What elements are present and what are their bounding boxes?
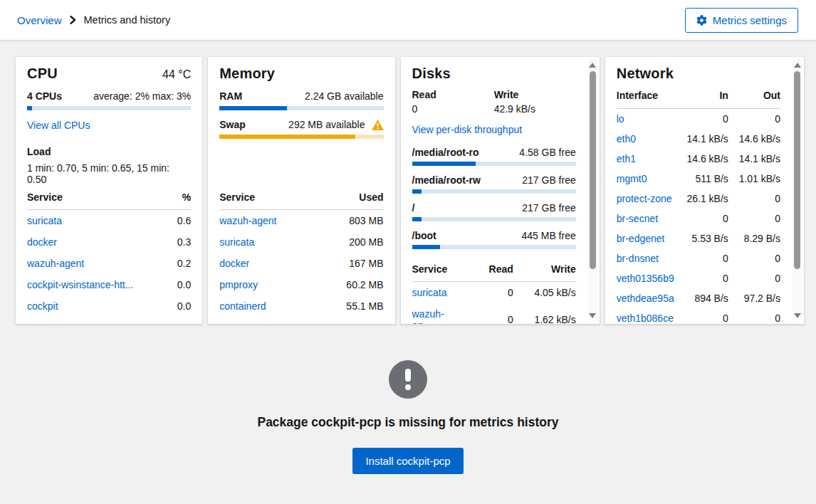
scroll-thumb[interactable]: [794, 71, 800, 269]
network-scrollbar[interactable]: [793, 59, 802, 322]
table-row: protect-zone 26.1 kB/s 0: [617, 189, 780, 209]
interface-link[interactable]: eth1: [617, 153, 636, 164]
table-row: br-dnsnet 0 0: [617, 248, 780, 268]
memory-table-header-used: Used: [319, 187, 384, 210]
interface-link[interactable]: br-dnsnet: [617, 253, 659, 264]
exclamation-bar: [405, 369, 411, 382]
interface-in-cell: 0: [674, 209, 728, 229]
table-row: veth1b086ce 0 0: [617, 308, 780, 324]
interface-name-cell: protect-zone: [617, 189, 674, 209]
ram-progressbar: [219, 106, 383, 110]
ram-progress-fill: [219, 106, 286, 110]
metrics-history-empty-state: Package cockpit-pcp is missing for metri…: [0, 360, 816, 474]
service-link[interactable]: cockpit-wsinstance-htt...: [27, 279, 133, 290]
interface-link[interactable]: protect-zone: [617, 193, 672, 204]
service-read-cell: 0: [448, 282, 513, 304]
warning-triangle-icon: [372, 120, 384, 130]
table-row: wazuh-ag... 0 1.62 kB/s: [412, 303, 576, 324]
service-value-cell: 200 MB: [319, 231, 384, 253]
table-row: veth01356b9 0 0: [617, 268, 780, 288]
install-cockpit-pcp-button[interactable]: Install cockpit-pcp: [352, 448, 463, 474]
service-name-cell: wazuh-ag...: [412, 303, 448, 324]
cpu-card: CPU 44 °C 4 CPUs average: 2% max: 3% Vie…: [16, 57, 202, 324]
breadcrumb-overview-link[interactable]: Overview: [17, 14, 62, 26]
memory-card: Memory RAM 2.24 GB available Swap 292 MB…: [208, 57, 394, 324]
service-write-cell: 4.05 kB/s: [513, 282, 576, 304]
service-link[interactable]: pmproxy: [219, 279, 258, 290]
filesystem-progress-fill: [412, 245, 440, 249]
scroll-up-icon[interactable]: [589, 63, 596, 68]
missing-package-message: Package cockpit-pcp is missing for metri…: [257, 415, 558, 430]
swap-label: Swap: [219, 119, 246, 130]
interface-link[interactable]: br-secnet: [617, 213, 658, 224]
disks-read-value: 0: [412, 103, 494, 115]
interface-link[interactable]: vethdeae95a: [617, 293, 674, 304]
service-name-cell: containerd: [219, 295, 319, 317]
interface-link[interactable]: br-edgenet: [617, 233, 665, 244]
cpu-service-table: Service % suricata 0.6 docker 0.3: [27, 187, 191, 317]
service-name-cell: wazuh-agent: [219, 210, 319, 232]
interface-link[interactable]: veth01356b9: [617, 273, 674, 284]
service-link[interactable]: docker: [219, 258, 249, 269]
service-link[interactable]: wazuh-agent: [219, 215, 276, 226]
service-link[interactable]: suricata: [412, 287, 447, 298]
interface-out-cell: 14.1 kB/s: [728, 149, 780, 169]
service-value-cell: 167 MB: [319, 253, 384, 274]
table-row: suricata 0 4.05 kB/s: [412, 282, 576, 304]
interface-name-cell: eth0: [617, 129, 674, 149]
service-name-cell: suricata: [219, 231, 319, 253]
swap-progressbar: [219, 135, 383, 139]
service-name-cell: cockpit-wsinstance-htt...: [27, 274, 172, 295]
service-link[interactable]: docker: [27, 236, 57, 248]
filesystem-progress-fill: [412, 217, 422, 221]
interface-in-cell: 511 B/s: [674, 169, 728, 189]
filesystem-row: /media/root-rw 217 GB free: [412, 174, 576, 194]
interface-link[interactable]: mgmt0: [617, 173, 647, 184]
ram-label: RAM: [219, 90, 242, 102]
disks-table-header-service: Service: [412, 259, 448, 282]
view-all-cpus-link[interactable]: View all CPUs: [27, 120, 90, 131]
usage-cards: CPU 44 °C 4 CPUs average: 2% max: 3% Vie…: [0, 41, 816, 324]
service-name-cell: docker: [219, 253, 319, 274]
service-link[interactable]: wazuh-ag...: [412, 308, 448, 324]
page-header: Overview Metrics and history Metrics set…: [0, 0, 816, 41]
service-value-cell: 0.0: [172, 295, 192, 317]
service-link[interactable]: cockpit: [27, 300, 58, 312]
service-write-cell: 1.62 kB/s: [513, 303, 576, 324]
disks-scrollbar[interactable]: [588, 59, 597, 322]
swap-available: 292 MB available: [288, 119, 365, 130]
scroll-down-icon[interactable]: [794, 313, 801, 318]
free-space: 217 GB free: [522, 202, 576, 214]
interface-in-cell: 14.6 kB/s: [674, 149, 728, 169]
interface-in-cell: 0: [674, 248, 728, 268]
interface-link[interactable]: veth1b086ce: [617, 313, 674, 324]
filesystem-progress-fill: [412, 189, 422, 194]
interface-out-cell: 0: [728, 248, 780, 268]
service-link[interactable]: wazuh-agent: [27, 258, 84, 269]
network-table-header-out: Out: [728, 86, 780, 109]
interface-in-cell: 894 B/s: [674, 288, 728, 308]
table-row: wazuh-agent 803 MB: [219, 210, 383, 232]
service-link[interactable]: suricata: [219, 236, 254, 248]
chevron-right-icon: [70, 16, 76, 24]
interface-in-cell: 26.1 kB/s: [674, 189, 728, 209]
service-name-cell: pmproxy: [219, 274, 319, 295]
interface-link[interactable]: lo: [617, 113, 624, 125]
scroll-down-icon[interactable]: [589, 313, 596, 318]
scroll-up-icon[interactable]: [794, 63, 801, 68]
memory-card-title: Memory: [219, 65, 275, 82]
per-disk-throughput-link[interactable]: View per-disk throughput: [412, 124, 523, 135]
table-row: suricata 0.6: [27, 210, 191, 232]
service-link[interactable]: containerd: [219, 300, 266, 312]
exclamation-dot: [405, 384, 411, 390]
metrics-settings-button[interactable]: Metrics settings: [685, 8, 798, 33]
table-row: wazuh-agent 0.2: [27, 253, 191, 274]
interface-name-cell: veth1b086ce: [617, 308, 674, 324]
interface-link[interactable]: eth0: [617, 133, 636, 145]
scroll-thumb[interactable]: [590, 71, 596, 269]
service-link[interactable]: suricata: [27, 215, 62, 226]
interface-out-cell: 97.2 B/s: [728, 288, 780, 308]
service-value-cell: 60.2 MB: [319, 274, 384, 295]
disks-service-table: Service Read Write suricata 0 4.05 kB/s: [412, 259, 576, 324]
interface-in-cell: 0: [674, 109, 728, 130]
